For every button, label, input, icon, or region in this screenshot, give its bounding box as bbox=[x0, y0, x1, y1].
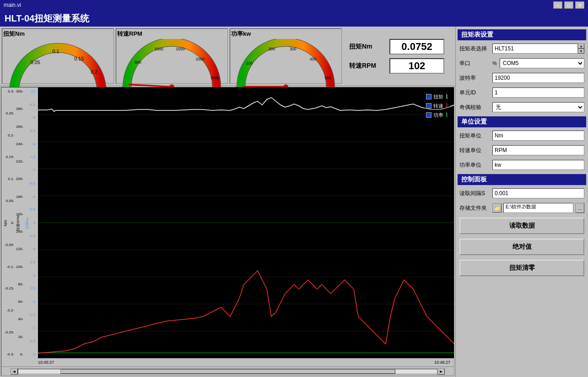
power-unit-input[interactable] bbox=[492, 160, 584, 170]
torque-table-spin-down[interactable]: ▼ bbox=[578, 49, 584, 54]
x-axis-row: 10:45:27 10:46:27 bbox=[1, 358, 454, 366]
svg-text:500: 500 bbox=[135, 60, 141, 65]
svg-text:0.15: 0.15 bbox=[74, 56, 84, 61]
baud-rate-input[interactable] bbox=[492, 73, 584, 83]
chart-scrollbar: ◄ ► bbox=[1, 366, 454, 376]
serial-port-prefix: % bbox=[492, 60, 497, 66]
rpm-gauge-title: 转速RPM bbox=[117, 30, 142, 38]
torque-zero-button[interactable]: 扭矩清零 bbox=[459, 260, 584, 276]
main-layout: 扭矩Nm bbox=[0, 27, 588, 377]
svg-text:1000: 1000 bbox=[154, 47, 163, 51]
legend-rpm-checkbox[interactable] bbox=[426, 103, 432, 109]
legend-power-label: 功率 bbox=[433, 112, 443, 119]
speed-unit-input[interactable] bbox=[492, 145, 584, 155]
titlebar: main.vi ─ □ ✕ bbox=[0, 0, 588, 10]
legend-torque: 扭矩 ⌇ bbox=[426, 93, 448, 100]
torque-table-row: 扭矩表选择 ▲ ▼ bbox=[458, 42, 586, 55]
serial-port-label: 串口 bbox=[459, 60, 491, 67]
unit-settings-header: 单位设置 bbox=[458, 116, 586, 127]
storage-folder-row: 存储文件夹 📁 E:\软件2\数据 … bbox=[458, 202, 586, 214]
torque-table-spin-up[interactable]: ▲ bbox=[578, 44, 584, 49]
y-axis-container: 0.3- 0.25- 0.2- 0.15- 0.1- 0.05- 0- -0.0… bbox=[1, 87, 38, 358]
legend-power-checkbox[interactable] bbox=[426, 112, 432, 118]
svg-text:400: 400 bbox=[310, 57, 317, 61]
serial-port-select[interactable]: COM5 COM1 COM2 COM3 COM4 bbox=[500, 58, 584, 68]
chart-canvas-container: 扭矩 ⌇ 转速 ⌇ 功率 ⌇ bbox=[38, 87, 454, 358]
x-axis-end: 10:46:27 bbox=[434, 360, 450, 365]
unit-id-input[interactable] bbox=[492, 87, 584, 98]
rpm-readout-row: 转速RPM 102 bbox=[349, 58, 448, 74]
right-panel: 扭矩表设置 扭矩表选择 ▲ ▼ 串口 % COM5 COM1 COM2 COM3… bbox=[455, 27, 588, 377]
power-gauge: 功率kw 0 bbox=[230, 28, 342, 84]
scroll-right-button[interactable]: ► bbox=[437, 368, 445, 375]
torque-unit-input[interactable] bbox=[492, 131, 584, 141]
svg-text:0.2: 0.2 bbox=[91, 69, 97, 75]
svg-line-14 bbox=[129, 84, 172, 87]
axis-power-label: 功率kw bbox=[25, 217, 30, 229]
chart-outer: 0.3- 0.25- 0.2- 0.15- 0.1- 0.05- 0- -0.0… bbox=[1, 87, 454, 358]
svg-text:200: 200 bbox=[268, 47, 275, 51]
chart-area: 0.3- 0.25- 0.2- 0.15- 0.1- 0.05- 0- -0.0… bbox=[1, 87, 454, 376]
parity-label: 奇偶校验 bbox=[459, 104, 491, 111]
legend-rpm-symbol: ⌇ bbox=[445, 102, 448, 109]
torque-table-label: 扭矩表选择 bbox=[459, 45, 491, 53]
app-title: HLT-04扭矩测量系统 bbox=[0, 10, 588, 27]
readouts-panel: 扭矩Nm 0.0752 转速RPM 102 bbox=[344, 28, 453, 84]
storage-folder-label: 存储文件夹 bbox=[459, 204, 491, 212]
svg-text:0.05: 0.05 bbox=[31, 60, 40, 65]
baud-rate-label: 波特率 bbox=[459, 74, 491, 82]
gauges-row: 扭矩Nm bbox=[0, 27, 455, 86]
unit-id-row: 单元ID bbox=[458, 86, 586, 99]
svg-text:1500: 1500 bbox=[176, 47, 184, 51]
torque-readout-value: 0.0752 bbox=[389, 39, 444, 55]
read-interval-input[interactable] bbox=[492, 188, 584, 198]
rpm-gauge: 转速RPM 0 bbox=[116, 28, 228, 84]
torque-unit-row: 扭矩单位 bbox=[458, 129, 586, 142]
legend-torque-symbol: ⌇ bbox=[445, 93, 448, 100]
chart-legend: 扭矩 ⌇ 转速 ⌇ 功率 ⌇ bbox=[424, 91, 450, 120]
storage-folder-input[interactable]: E:\软件2\数据 bbox=[503, 203, 573, 213]
torque-gauge: 扭矩Nm bbox=[2, 28, 114, 84]
svg-text:500: 500 bbox=[324, 76, 331, 80]
scroll-left-button[interactable]: ◄ bbox=[11, 368, 18, 375]
torque-unit-label: 扭矩单位 bbox=[459, 132, 491, 140]
scrollbar-track[interactable] bbox=[18, 369, 437, 374]
power-unit-label: 功率单位 bbox=[459, 161, 491, 169]
svg-text:3000: 3000 bbox=[210, 76, 219, 80]
read-interval-row: 读取间隔S bbox=[458, 187, 586, 200]
read-data-button[interactable]: 读取数据 bbox=[459, 218, 584, 234]
browse-button[interactable]: … bbox=[575, 203, 584, 213]
left-panel: 扭矩Nm bbox=[0, 27, 455, 377]
torque-table-input-wrap: ▲ ▼ bbox=[492, 44, 584, 54]
torque-readout-label: 扭矩Nm bbox=[349, 43, 386, 51]
legend-torque-label: 扭矩 bbox=[433, 93, 443, 100]
x-axis-start: 10:45:27 bbox=[38, 360, 54, 365]
svg-text:300: 300 bbox=[290, 47, 297, 51]
parity-select[interactable]: 无 奇校验 偶校验 bbox=[492, 102, 584, 112]
serial-port-row: 串口 % COM5 COM1 COM2 COM3 COM4 bbox=[458, 57, 586, 70]
torque-table-input[interactable] bbox=[492, 44, 578, 54]
legend-rpm: 转速 ⌇ bbox=[426, 102, 448, 109]
window-title: main.vi bbox=[4, 2, 21, 8]
legend-torque-checkbox[interactable] bbox=[426, 94, 432, 99]
power-unit-row: 功率单位 bbox=[458, 158, 586, 171]
svg-text:100: 100 bbox=[246, 61, 253, 66]
close-button[interactable]: ✕ bbox=[575, 1, 584, 9]
parity-row: 奇偶校验 无 奇校验 偶校验 bbox=[458, 101, 586, 114]
axis-nm-label: Nm bbox=[3, 220, 8, 226]
torque-settings-header: 扭矩表设置 bbox=[458, 29, 586, 40]
baud-rate-row: 波特率 bbox=[458, 71, 586, 84]
axis-rpm-label: 转速RPM bbox=[16, 215, 21, 231]
legend-power: 功率 ⌇ bbox=[426, 111, 448, 119]
abs-value-button[interactable]: 绝对值 bbox=[459, 239, 584, 255]
rpm-readout-value: 102 bbox=[389, 58, 444, 74]
titlebar-controls: ─ □ ✕ bbox=[553, 1, 584, 9]
speed-unit-row: 转速单位 bbox=[458, 144, 586, 157]
legend-power-symbol: ⌇ bbox=[445, 111, 448, 119]
speed-unit-label: 转速单位 bbox=[459, 147, 491, 154]
minimize-button[interactable]: ─ bbox=[553, 1, 562, 9]
control-panel-header: 控制面板 bbox=[458, 174, 586, 185]
read-interval-label: 读取间隔S bbox=[459, 190, 491, 197]
scrollbar-thumb[interactable] bbox=[60, 369, 395, 374]
maximize-button[interactable]: □ bbox=[564, 1, 573, 9]
